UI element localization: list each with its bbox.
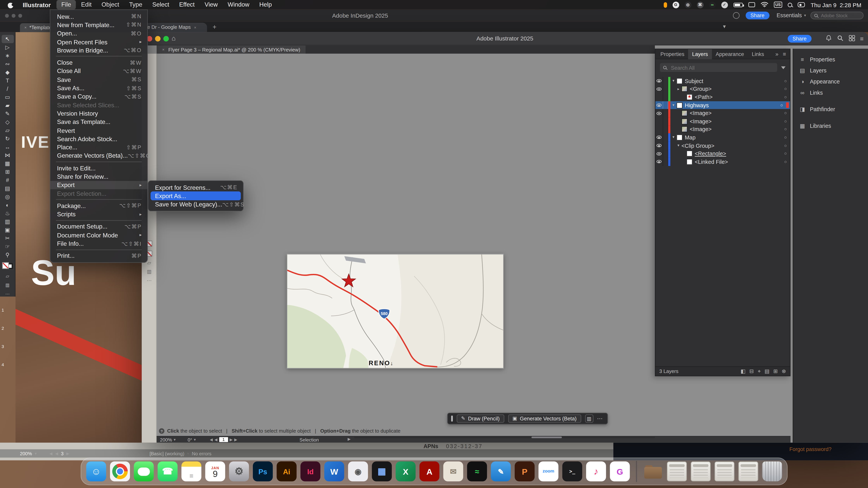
fill-stroke-swatches[interactable] — [2, 262, 13, 269]
rail-item-properties[interactable]: ≡Properties — [799, 55, 868, 63]
browser-tab[interactable]: e Dr - Google Maps — [142, 23, 207, 32]
layer-row-rectangle-9[interactable]: <Rectangle>○ — [655, 150, 790, 158]
new-layer-icon[interactable]: ⊞ — [773, 368, 778, 375]
screen-mode-icon[interactable] — [147, 269, 152, 274]
pen-tool[interactable]: ◆ — [1, 68, 13, 76]
document-tab[interactable]: Flyer Page 3 – Regional Map.ai* @ 200 % … — [157, 45, 306, 54]
visibility-toggle[interactable] — [655, 101, 663, 109]
lasso-tool[interactable]: ∾ — [1, 60, 13, 68]
finder-app[interactable]: ☺ — [86, 461, 106, 481]
menubar-app-icon-4[interactable] — [709, 1, 715, 8]
file-menu-item-invite-to-edit[interactable]: Invite to Edit... — [51, 164, 147, 172]
rail-item-layers[interactable]: ▤Layers — [799, 66, 868, 74]
collect-for-export-icon[interactable]: ▤ — [765, 368, 770, 375]
workspace-switcher[interactable]: Essentials — [777, 12, 806, 18]
free-transform-tool[interactable]: ▦ — [1, 159, 13, 168]
next-page-icon[interactable] — [66, 451, 69, 456]
perspective-grid-tool[interactable]: ⊞ — [1, 168, 13, 176]
file-menu-item-save-a-copy[interactable]: Save a Copy...⌥⌘S — [51, 92, 147, 101]
close-tab-icon[interactable] — [162, 47, 164, 52]
menubar-menu-view[interactable]: View — [199, 0, 223, 9]
file-menu-item-save[interactable]: Save⌘S — [51, 75, 147, 84]
file-menu-item-browse-in-bridge[interactable]: Browse in Bridge...⌥⌘O — [51, 46, 147, 55]
menubar-menu-type[interactable]: Type — [124, 0, 148, 9]
generate-vectors-button[interactable]: Generate Vectors (Beta) — [508, 414, 581, 423]
apple-menu-icon[interactable] — [8, 1, 14, 8]
drag-handle[interactable] — [451, 416, 453, 422]
minimized-window-2[interactable] — [690, 461, 711, 481]
menu-icon[interactable] — [860, 35, 864, 42]
shaper-tool[interactable]: ◇ — [1, 118, 13, 126]
menubar-clock[interactable]: Thu Jan 9 2:28 PM — [811, 1, 861, 8]
paintbrush-tool[interactable]: ▰ — [1, 101, 13, 109]
menubar-menu-file[interactable]: File — [56, 0, 76, 9]
slice-tool[interactable]: ✂ — [1, 234, 13, 242]
target-circle-icon[interactable]: ○ — [777, 103, 786, 108]
visibility-toggle[interactable] — [655, 150, 663, 158]
mail-app[interactable]: ✉ — [443, 461, 463, 481]
scale-tool[interactable]: ↔ — [1, 143, 13, 151]
rotate-tool[interactable]: ↻ — [1, 134, 13, 143]
layer-expand-icon[interactable]: ▸ — [675, 87, 681, 91]
artboard-tool[interactable]: ▣ — [1, 226, 13, 234]
menubar-app-name[interactable]: Illustrator — [18, 1, 55, 8]
draw-pencil-button[interactable]: Draw (Pencil) — [457, 414, 504, 423]
photoshop-app[interactable]: Ps — [253, 461, 273, 481]
layer-expand-icon[interactable]: ▾ — [670, 103, 676, 107]
file-menu-item-scripts[interactable]: Scripts — [51, 210, 147, 219]
rail-item-pathfinder[interactable]: ◨Pathfinder — [799, 105, 868, 113]
menubar-app-icon-5[interactable] — [721, 1, 728, 8]
layer-row-clip-group-8[interactable]: ▾<Clip Group>○ — [655, 141, 790, 150]
screenshot-app[interactable]: ◉ — [348, 461, 368, 481]
hand-tool[interactable]: ☞ — [1, 242, 13, 251]
visibility-toggle[interactable] — [655, 141, 663, 150]
target-circle-icon[interactable]: ○ — [781, 111, 790, 116]
new-sublayer-icon[interactable]: ⊟ — [749, 368, 754, 375]
file-menu-item-revert[interactable]: Revert — [51, 126, 147, 135]
rotation-select[interactable]: 0° — [188, 437, 196, 443]
more-options-icon[interactable] — [597, 416, 603, 422]
visibility-toggle[interactable] — [655, 158, 663, 166]
file-menu-item-generate-vectors-beta[interactable]: Generate Vectors (Beta)...⌥⇧⌘G — [51, 152, 147, 160]
file-menu-item-open[interactable]: Open...⌘O — [51, 29, 147, 38]
share-button[interactable]: Share — [787, 35, 812, 42]
layers-search-input[interactable] — [670, 64, 774, 71]
artboard-number-input[interactable]: 1 — [219, 437, 228, 442]
excel-app[interactable]: X — [396, 461, 415, 481]
control-center-icon[interactable] — [798, 2, 805, 7]
whatsapp-app[interactable]: ☎ — [158, 461, 178, 481]
normal-view-icon[interactable] — [147, 261, 151, 266]
layer-expand-icon[interactable]: ▾ — [670, 135, 676, 140]
visibility-toggle[interactable] — [655, 85, 663, 93]
file-menu-item-open-recent-files[interactable]: Open Recent Files — [51, 38, 147, 46]
chevron-down-icon[interactable] — [723, 23, 725, 29]
target-circle-icon[interactable]: ○ — [781, 78, 790, 84]
file-menu-item-new[interactable]: New...⌘N — [51, 12, 147, 21]
trash[interactable] — [762, 461, 782, 481]
zoom-level-select[interactable]: 200% — [160, 437, 176, 443]
layers-search-field[interactable] — [660, 63, 777, 72]
file-menu-item-place[interactable]: Place...⇧⌘P — [51, 143, 147, 152]
minimized-window-1[interactable] — [667, 461, 687, 481]
menubar-app-icon-3[interactable] — [697, 1, 703, 8]
file-menu-item-document-setup[interactable]: Document Setup...⌥⌘P — [51, 222, 147, 231]
layer-row-linked-file-10[interactable]: <Linked File>○ — [655, 158, 790, 166]
target-circle-icon[interactable]: ○ — [781, 143, 790, 148]
calendar-app[interactable]: JAN9 — [205, 461, 225, 481]
magic-wand-tool[interactable]: ∗ — [1, 52, 13, 60]
layer-row-path-2[interactable]: ★<Path>○ — [655, 93, 790, 101]
file-menu-item-save-as-template[interactable]: Save as Template... — [51, 118, 147, 126]
file-menu-item-file-info[interactable]: File Info...⌥⇧⌘I — [51, 239, 147, 248]
file-menu-item-document-color-mode[interactable]: Document Color Mode — [51, 231, 147, 239]
toolbar-more-icon[interactable] — [5, 292, 10, 297]
status-expand-icon[interactable] — [348, 437, 350, 442]
display-icon[interactable] — [748, 2, 755, 7]
rail-item-links[interactable]: ∞Links — [799, 89, 868, 96]
width-tool[interactable]: ⋈ — [1, 151, 13, 159]
layer-expand-icon[interactable]: ▾ — [675, 143, 681, 148]
target-circle-icon[interactable]: ○ — [781, 127, 790, 132]
first-page-icon[interactable] — [50, 451, 52, 456]
activity-monitor-app[interactable]: ≈ — [467, 461, 487, 481]
g-app[interactable]: G — [610, 461, 630, 481]
indesign-page-number[interactable]: 3 — [61, 451, 64, 456]
